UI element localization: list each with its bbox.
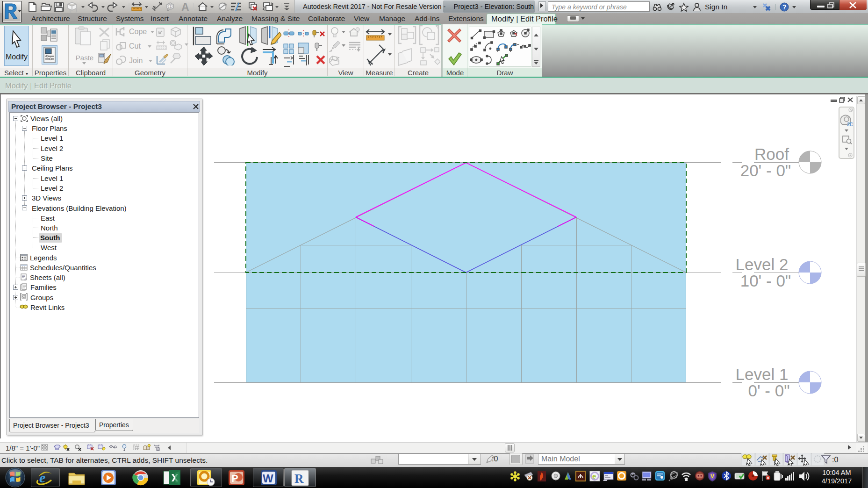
svg-text:0' - 0": 0' - 0" bbox=[748, 381, 789, 400]
svg-text:20' - 0": 20' - 0" bbox=[740, 161, 791, 179]
svg-text:10' - 0": 10' - 0" bbox=[740, 272, 791, 290]
svg-text:2D: 2D bbox=[847, 122, 853, 127]
svg-text:Roof: Roof bbox=[754, 145, 789, 163]
svg-text:W: W bbox=[263, 472, 273, 485]
svg-text:R: R bbox=[294, 472, 304, 486]
svg-text:Sign In: Sign In bbox=[705, 3, 727, 11]
svg-text:e: e bbox=[592, 472, 596, 480]
svg-text:A: A bbox=[181, 1, 189, 13]
svg-text:V: V bbox=[710, 473, 714, 480]
svg-text:P: P bbox=[231, 473, 238, 484]
svg-text:1: 1 bbox=[169, 4, 172, 9]
svg-text:Level 1: Level 1 bbox=[736, 365, 789, 383]
svg-text:?: ? bbox=[782, 3, 787, 11]
svg-text:Level 2: Level 2 bbox=[736, 255, 789, 273]
